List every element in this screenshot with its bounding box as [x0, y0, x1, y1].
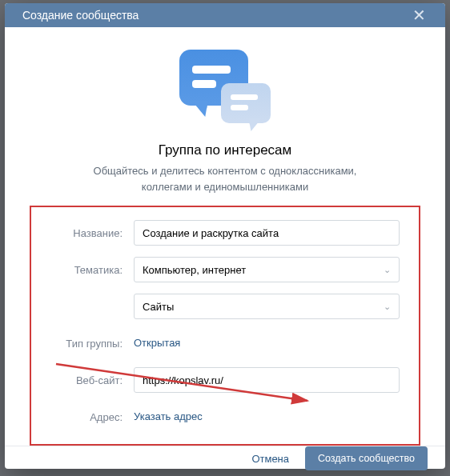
- modal-title: Создание сообщества: [22, 9, 139, 22]
- address-link[interactable]: Указать адрес: [134, 410, 203, 422]
- website-input[interactable]: [134, 367, 400, 393]
- group-type-link[interactable]: Открытая: [134, 337, 180, 349]
- chevron-down-icon: ⌄: [384, 265, 391, 275]
- chat-bubbles-illustration: [173, 50, 277, 138]
- address-label: Адрес:: [50, 411, 134, 423]
- modal-body: Группа по интересам Общайтесь и делитесь…: [5, 27, 445, 446]
- section-heading: Группа по интересам: [159, 142, 291, 158]
- topic-select[interactable]: Компьютер, интернет ⌄: [134, 257, 400, 282]
- chevron-down-icon: ⌄: [384, 302, 391, 312]
- modal-footer: Отмена Создать сообщество: [5, 446, 445, 470]
- cancel-button[interactable]: Отмена: [248, 448, 292, 470]
- close-icon: ✕: [412, 6, 426, 25]
- topic-value: Компьютер, интернет: [143, 264, 246, 276]
- subtopic-select[interactable]: Сайты ⌄: [134, 294, 400, 319]
- chat-bubble-small-icon: [221, 83, 271, 123]
- modal-header: Создание сообщества ✕: [5, 3, 445, 27]
- website-label: Веб-сайт:: [50, 374, 134, 386]
- close-button[interactable]: ✕: [407, 3, 431, 27]
- name-label: Название:: [50, 227, 134, 239]
- name-input[interactable]: [134, 220, 400, 246]
- form-highlight-box: Название: Тематика: Компьютер, интернет …: [30, 206, 420, 446]
- type-label: Тип группы:: [50, 338, 134, 350]
- create-community-modal: Создание сообщества ✕ Группа по интереса…: [5, 3, 445, 469]
- subtopic-value: Сайты: [143, 301, 174, 313]
- section-subheading: Общайтесь и делитесь контентом с однокла…: [81, 163, 369, 194]
- create-community-button[interactable]: Создать сообщество: [305, 446, 428, 470]
- topic-label: Тематика:: [50, 264, 134, 276]
